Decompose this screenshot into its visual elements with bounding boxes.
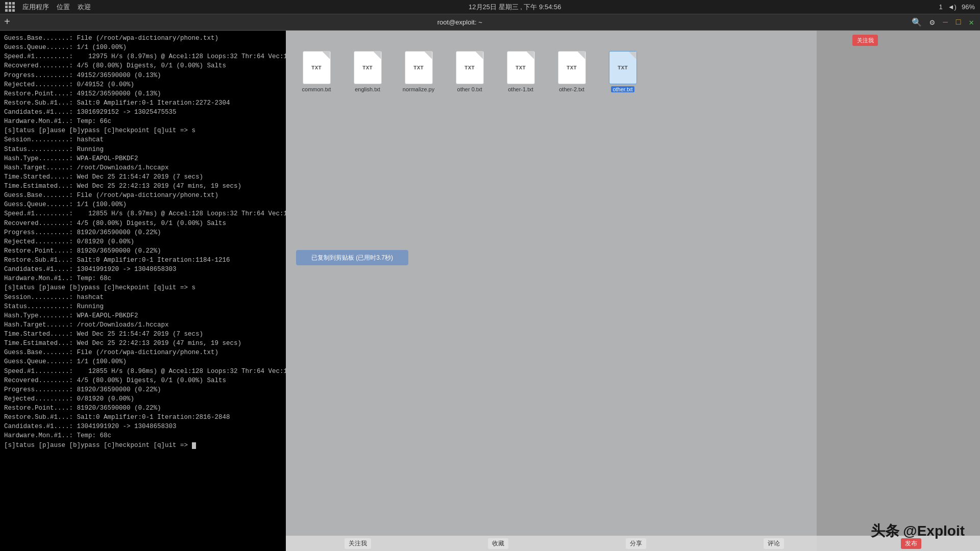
terminal-line: Guess.Queue......: 1/1 (100.00%) xyxy=(4,357,282,366)
taskbar-left: 应用程序 位置 欢迎 xyxy=(5,2,91,12)
taskbar-volume-icon[interactable]: ◄) xyxy=(948,3,957,11)
terminal-line: Hash.Type........: WPA-EAPOL-PBKDF2 xyxy=(4,154,282,163)
terminal-line: Status...........: Running xyxy=(4,302,282,311)
terminal-line: Status...........: Running xyxy=(4,145,282,154)
terminal-line: Restore.Point....: 81920/36590000 (0.22%… xyxy=(4,246,282,256)
terminal-line: Guess.Base.......: File (/root/wpa-dicti… xyxy=(4,348,282,357)
taskbar-battery: 96% xyxy=(962,3,975,11)
terminal-line: Restore.Point....: 49152/36590000 (0.13%… xyxy=(4,89,282,98)
terminal-line: Recovered........: 4/5 (80.00%) Digests,… xyxy=(4,219,282,228)
file-icon-img: TXT xyxy=(456,51,484,84)
terminal-line: Hash.Type........: WPA-EAPOL-PBKDF2 xyxy=(4,311,282,320)
bottom-bar-button-0[interactable]: 关注我 xyxy=(345,538,371,549)
terminal-line: Restore.Sub.#1...: Salt:0 Amplifier:0-1 … xyxy=(4,413,282,422)
terminal-line: Hash.Target......: /root/Downloads/1.hcc… xyxy=(4,163,282,172)
file-icon[interactable]: TXTother.txt xyxy=(602,51,643,92)
file-area xyxy=(286,31,817,551)
file-icon-img: TXT xyxy=(405,51,433,84)
file-icon[interactable]: TXTother 0.txt xyxy=(449,51,490,92)
file-icon-img: TXT xyxy=(303,51,331,84)
terminal-line: Restore.Point....: 81920/36590000 (0.22%… xyxy=(4,404,282,413)
file-icon-img: TXT xyxy=(507,51,535,84)
browser-title: root@exploit: ~ xyxy=(14,18,905,26)
taskbar-places[interactable]: 位置 xyxy=(57,3,70,12)
red-follow-button[interactable]: 关注我 xyxy=(852,35,878,46)
terminal-line: Rejected.........: 0/49152 (0.00%) xyxy=(4,80,282,89)
terminal-line: Time.Estimated...: Wed Dec 25 22:42:13 2… xyxy=(4,182,282,191)
file-icon-img: TXT xyxy=(354,51,382,84)
terminal-line: Rejected.........: 0/81920 (0.00%) xyxy=(4,394,282,404)
file-icon[interactable]: TXTnormalize.py xyxy=(398,51,439,92)
terminal-line: Guess.Base.......: File (/root/wpa-dicti… xyxy=(4,34,282,43)
bottom-bar-button-1[interactable]: 收藏 xyxy=(488,538,508,549)
taskbar-welcome[interactable]: 欢迎 xyxy=(78,3,91,12)
file-icons-area: TXTcommon.txtTXTenglish.txtTXTnormalize.… xyxy=(291,46,806,97)
taskbar-datetime: 12月25日 星期三 , 下午 9:54:56 xyxy=(469,3,561,12)
maximize-icon[interactable]: □ xyxy=(954,18,963,27)
terminal-cursor xyxy=(192,442,196,449)
terminal-line: Session..........: hashcat xyxy=(4,293,282,302)
terminal-line: Hardware.Mon.#1..: Temp: 68c xyxy=(4,431,282,440)
file-icon-img: TXT xyxy=(558,51,586,84)
new-tab-button[interactable]: + xyxy=(4,16,10,28)
close-icon[interactable]: ✕ xyxy=(967,17,976,28)
search-icon[interactable]: 🔍 xyxy=(910,17,924,28)
terminal-line: Progress.........: 81920/36590000 (0.22%… xyxy=(4,385,282,394)
terminal-line: Speed.#1.........: 12855 H/s (8.96ms) @ … xyxy=(4,367,282,376)
file-icon-label: other 0.txt xyxy=(457,86,482,92)
terminal-line: Guess.Base.......: File (/root/wpa-dicti… xyxy=(4,191,282,200)
file-icon-label: other.txt xyxy=(611,86,634,92)
file-icon-img: TXT xyxy=(609,51,637,84)
bottom-bar-button-3[interactable]: 评论 xyxy=(764,538,784,549)
terminal-line: Candidates.#1....: 13016929152 -> 130254… xyxy=(4,108,282,117)
terminal-line: Time.Started.....: Wed Dec 25 21:54:47 2… xyxy=(4,330,282,339)
terminal-line: [s]tatus [p]ause [b]ypass [c]heckpoint [… xyxy=(4,283,282,292)
terminal-line: Progress.........: 81920/36590000 (0.22%… xyxy=(4,228,282,237)
side-panel xyxy=(817,31,980,551)
file-icon-label: common.txt xyxy=(302,86,331,92)
terminal-line: Hardware.Mon.#1..: Temp: 66c xyxy=(4,117,282,126)
taskbar-right: 1 ◄) 96% xyxy=(939,3,975,11)
terminal-output: Guess.Base.......: File (/root/wpa-dicti… xyxy=(4,34,282,450)
taskbar-apps[interactable]: 应用程序 xyxy=(22,3,49,12)
terminal-line: Session..........: hashcat xyxy=(4,135,282,144)
terminal-line: Guess.Queue......: 1/1 (100.00%) xyxy=(4,43,282,52)
file-icon-label: english.txt xyxy=(355,86,380,92)
terminal-line: [s]tatus [p]ause [b]ypass [c]heckpoint [… xyxy=(4,126,282,135)
gear-icon[interactable]: ⚙ xyxy=(928,17,937,28)
minimize-icon[interactable]: — xyxy=(941,18,950,27)
file-icon[interactable]: TXTcommon.txt xyxy=(296,51,337,92)
apps-grid-icon[interactable] xyxy=(5,2,15,12)
terminal-line: Time.Started.....: Wed Dec 25 21:54:47 2… xyxy=(4,172,282,182)
terminal-line: Speed.#1.........: 12855 H/s (8.97ms) @ … xyxy=(4,209,282,218)
terminal-line: Recovered........: 4/5 (80.00%) Digests,… xyxy=(4,61,282,70)
terminal-line: [s]tatus [p]ause [b]ypass [c]heckpoint [… xyxy=(4,441,282,450)
file-icon[interactable]: TXTother-2.txt xyxy=(551,51,592,92)
terminal: Guess.Base.......: File (/root/wpa-dicti… xyxy=(0,31,286,551)
browser-bar: + root@exploit: ~ 🔍 ⚙ — □ ✕ xyxy=(0,14,980,31)
file-icon-label: normalize.py xyxy=(403,86,434,92)
terminal-line: Speed.#1.........: 12975 H/s (8.97ms) @ … xyxy=(4,52,282,61)
terminal-line: Hardware.Mon.#1..: Temp: 68c xyxy=(4,274,282,283)
terminal-line: Restore.Sub.#1...: Salt:0 Amplifier:0-1 … xyxy=(4,256,282,265)
file-icon[interactable]: TXTother-1.txt xyxy=(500,51,541,92)
file-icon[interactable]: TXTenglish.txt xyxy=(347,51,388,92)
file-icon-label: other-2.txt xyxy=(559,86,584,92)
terminal-line: Restore.Sub.#1...: Salt:0 Amplifier:0-1 … xyxy=(4,98,282,108)
terminal-line: Guess.Queue......: 1/1 (100.00%) xyxy=(4,200,282,209)
taskbar-workspace: 1 xyxy=(939,3,943,11)
file-icon-label: other-1.txt xyxy=(508,86,533,92)
terminal-line: Hash.Target......: /root/Downloads/1.hcc… xyxy=(4,320,282,330)
watermark: 头条 @Exploit xyxy=(871,521,965,541)
terminal-line: Recovered........: 4/5 (80.00%) Digests,… xyxy=(4,376,282,385)
terminal-line: Candidates.#1....: 13041991920 -> 130486… xyxy=(4,265,282,274)
terminal-line: Progress.........: 49152/36590000 (0.13%… xyxy=(4,71,282,80)
terminal-line: Rejected.........: 0/81920 (0.00%) xyxy=(4,237,282,246)
terminal-line: Time.Estimated...: Wed Dec 25 22:42:13 2… xyxy=(4,339,282,348)
taskbar-top: 应用程序 位置 欢迎 12月25日 星期三 , 下午 9:54:56 1 ◄) … xyxy=(0,0,980,14)
clipboard-popup: 已复制到剪贴板 (已用时3.7秒) xyxy=(296,250,408,265)
terminal-line: Candidates.#1....: 13041991920 -> 130486… xyxy=(4,422,282,431)
bottom-bar-button-2[interactable]: 分享 xyxy=(626,538,646,549)
